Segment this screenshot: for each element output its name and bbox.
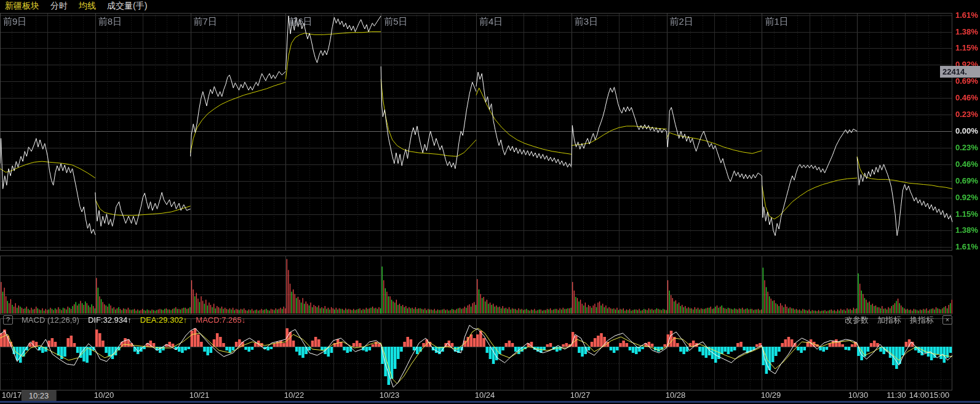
time-label-11-30: 11:30	[886, 390, 906, 400]
price-tick-0.69pct-down: 0.69%	[955, 176, 978, 185]
up-arrow-icon: ↑	[183, 315, 188, 325]
time-label-10-29: 10/29	[761, 390, 781, 400]
toolbar-item-2[interactable]: 分时	[50, 1, 68, 12]
day-label-4: 前6日	[289, 16, 312, 28]
price-tick-1.15pct-up: 1.15%	[955, 43, 978, 52]
price-tick-0.23pct-down: 0.23%	[955, 143, 978, 152]
time-label-10-22: 10/22	[284, 390, 305, 400]
last-price-badge: 22414.	[940, 66, 980, 78]
day-label-8: 前2日	[670, 16, 693, 28]
switch-indicator-button[interactable]: 换指标	[910, 315, 934, 326]
day-label-1: 前9日	[3, 16, 26, 28]
day-label-9: 前1日	[765, 16, 788, 28]
price-tick-1.38pct-down: 1.38%	[955, 225, 978, 235]
top-toolbar: 新疆板块分时均线成交量(手)	[0, 0, 980, 12]
price-tick-0.00pct-zero: 0.00%	[955, 126, 978, 135]
toolbar-item-3[interactable]: 均线	[79, 1, 96, 12]
macd-value: MACD:7.265↓	[196, 315, 245, 325]
close-icon[interactable]: ×	[942, 315, 952, 325]
up-arrow-icon: ↑	[127, 315, 132, 325]
chart-canvas[interactable]	[0, 0, 980, 404]
price-tick-1.38pct-up: 1.38%	[955, 27, 978, 36]
price-tick-1.61pct-down: 1.61%	[955, 242, 978, 251]
add-indicator-button[interactable]: 加指标	[877, 315, 901, 326]
price-tick-0.46pct-up: 0.46%	[955, 93, 978, 102]
day-label-5: 前5日	[384, 16, 407, 28]
price-tick-0.23pct-up: 0.23%	[955, 110, 978, 119]
day-label-7: 前3日	[575, 16, 598, 28]
price-tick-0.46pct-down: 0.46%	[955, 160, 978, 169]
time-label-10-23: 10/23	[380, 390, 400, 400]
down-arrow-icon: ↓	[242, 315, 246, 325]
price-tick-0.92pct-down: 0.92%	[955, 193, 978, 202]
time-label-10-23: 10:23	[22, 390, 57, 401]
time-label-10-21: 10/21	[189, 390, 210, 400]
day-label-3: 前7日	[194, 16, 217, 28]
time-label-10-30: 10/30	[848, 390, 869, 400]
macd-indicator-header: ? MACD (12,26,9) DIF:32.934↑ DEA:29.302↑…	[0, 314, 954, 326]
time-label-10-17: 10/17	[2, 390, 22, 400]
day-label-2: 前8日	[98, 16, 122, 28]
change-params-button[interactable]: 改参数	[845, 315, 869, 326]
time-label-15-00: 15:00	[930, 390, 950, 400]
day-label-6: 前4日	[479, 16, 503, 28]
time-label-10-28: 10/28	[666, 390, 686, 400]
time-label-10-20: 10/20	[94, 390, 114, 400]
price-tick-1.15pct-down: 1.15%	[955, 209, 978, 219]
macd-params-label: MACD (12,26,9)	[22, 315, 79, 325]
toolbar-item-4[interactable]: 成交量(手)	[107, 1, 147, 12]
bottom-edge-strip	[0, 401, 980, 403]
toolbar-item-1[interactable]: 新疆板块	[5, 1, 39, 12]
dif-value: DIF:32.934↑	[88, 315, 132, 325]
time-label-10-24: 10/24	[475, 390, 495, 400]
help-icon[interactable]: ?	[3, 315, 13, 325]
dea-value: DEA:29.302↑	[140, 315, 188, 325]
price-tick-1.61pct-up: 1.61%	[955, 10, 978, 20]
price-tick-0.69pct-up: 0.69%	[955, 76, 978, 86]
time-label-10-27: 10/27	[570, 390, 591, 400]
time-label-14-00: 14:00	[909, 390, 930, 400]
